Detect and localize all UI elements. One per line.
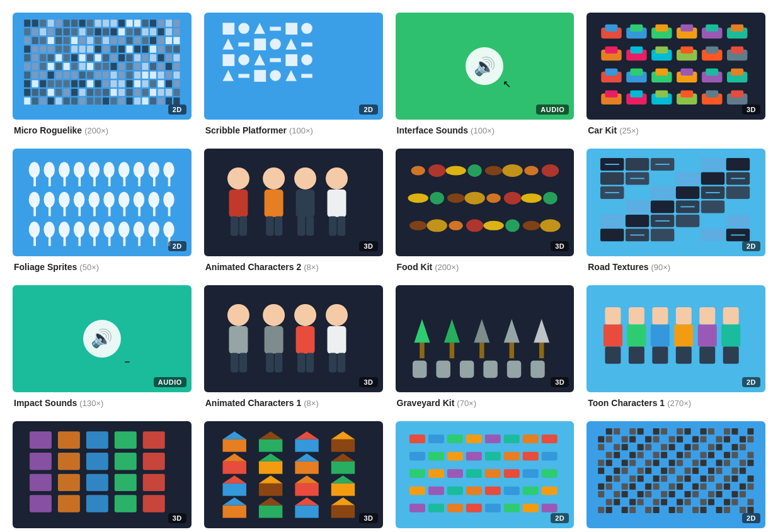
svg-rect-174 [134, 89, 140, 96]
card-thumbnail[interactable]: 3D [204, 285, 383, 392]
card-thumbnail[interactable]: 2D [586, 149, 765, 256]
svg-rect-229 [656, 25, 668, 31]
asset-card-food-kit[interactable]: 3DFood Kit(200×) [396, 149, 575, 272]
svg-point-281 [89, 162, 100, 178]
svg-rect-39 [173, 28, 180, 35]
svg-rect-623 [622, 460, 628, 466]
asset-card-pixel-vehicle-pack[interactable]: 2DPixel Vehicle Pack(50×) [396, 421, 575, 532]
svg-point-350 [445, 166, 466, 176]
asset-card-animated-characters-2[interactable]: 3DAnimated Characters 2(8×) [204, 149, 383, 272]
svg-rect-11 [111, 20, 117, 26]
asset-card-scribble-platformer[interactable]: 2DScribble Platformer(100×) [204, 13, 383, 136]
svg-point-273 [29, 162, 40, 178]
svg-rect-197 [158, 98, 164, 105]
svg-rect-712 [724, 507, 730, 513]
svg-rect-196 [150, 98, 156, 105]
card-thumbnail[interactable]: 2D [13, 149, 192, 256]
thumbnail-inner [204, 149, 383, 256]
svg-rect-181 [32, 98, 38, 105]
svg-rect-573 [661, 428, 667, 434]
svg-point-363 [543, 192, 557, 205]
asset-card-foliage-sprites[interactable]: 2DFoliage Sprites(50×) [13, 149, 192, 272]
svg-rect-106 [71, 63, 77, 70]
svg-rect-175 [142, 89, 149, 96]
svg-rect-98 [166, 54, 172, 61]
card-thumbnail[interactable]: 2D [396, 421, 575, 528]
asset-card-1-bit-pack[interactable]: 2D1-Bit Pack(1024×) [586, 421, 765, 532]
card-thumbnail[interactable]: 3D [396, 149, 575, 256]
svg-rect-630 [701, 460, 707, 466]
card-thumbnail[interactable]: 3D [204, 149, 383, 256]
asset-card-impact-sounds[interactable]: 🔊AUDIOImpact Sounds(130×) [13, 285, 192, 409]
svg-rect-21 [32, 28, 38, 35]
svg-rect-562 [447, 504, 462, 512]
asset-card-toon-characters-1[interactable]: 2DToon Characters 1(270×) [586, 285, 765, 409]
svg-rect-1 [32, 20, 38, 26]
svg-rect-116 [150, 63, 156, 70]
card-thumbnail[interactable]: 🔊AUDIO [13, 285, 192, 392]
asset-card-interface-sounds[interactable]: 🔊↖AUDIOInterface Sounds(100×) [396, 13, 575, 136]
svg-rect-633 [740, 460, 746, 466]
svg-rect-265 [656, 91, 668, 98]
svg-rect-684 [708, 491, 714, 497]
svg-rect-465 [651, 324, 670, 346]
asset-count: (50×) [79, 263, 99, 272]
svg-rect-518 [331, 484, 355, 496]
asset-card-tower-defense-kit[interactable]: 3DTower Defense Kit(140×) [13, 421, 192, 532]
svg-rect-187 [79, 98, 86, 105]
asset-type-badge: 3D [359, 377, 377, 387]
svg-marker-214 [254, 54, 265, 65]
card-thumbnail[interactable]: 2D [13, 13, 192, 120]
svg-rect-101 [32, 63, 38, 70]
svg-rect-658 [724, 475, 730, 482]
card-thumbnail[interactable]: 2D [586, 285, 765, 392]
svg-point-344 [326, 167, 348, 190]
svg-rect-599 [645, 444, 651, 450]
svg-rect-195 [142, 98, 149, 105]
svg-rect-123 [48, 72, 54, 79]
svg-rect-450 [539, 342, 544, 358]
svg-rect-18 [166, 20, 172, 26]
asset-card-fantasy-town-kit[interactable]: 3DFantasy Town Kit(150×) [204, 421, 383, 532]
svg-rect-621 [598, 460, 605, 466]
asset-title: Car Kit [588, 125, 617, 135]
asset-card-micro-roguelike[interactable]: 2DMicro Roguelike(200×) [13, 13, 192, 136]
asset-title: Animated Characters 2 [205, 262, 302, 272]
card-thumbnail[interactable]: 2D [204, 13, 383, 120]
asset-type-badge: 2D [168, 241, 186, 251]
asset-card-road-textures[interactable]: 2DRoad Textures(90×) [586, 149, 765, 272]
svg-rect-172 [118, 89, 125, 96]
svg-rect-135 [142, 72, 149, 79]
svg-rect-55 [142, 37, 149, 44]
svg-point-295 [43, 192, 54, 208]
card-thumbnail[interactable]: 3D [13, 421, 192, 528]
asset-card-car-kit[interactable]: 3DCar Kit(25×) [586, 13, 765, 136]
svg-rect-689 [614, 499, 620, 506]
asset-type-badge: 2D [742, 241, 760, 251]
svg-rect-622 [606, 460, 612, 466]
asset-card-graveyard-kit[interactable]: 3DGraveyard Kit(70×) [396, 285, 575, 409]
svg-rect-69 [95, 46, 101, 53]
svg-rect-569 [614, 428, 620, 434]
svg-rect-549 [503, 469, 519, 478]
svg-rect-225 [605, 25, 618, 31]
svg-rect-169 [95, 89, 101, 96]
card-thumbnail[interactable]: 🔊↖AUDIO [396, 13, 575, 120]
card-thumbnail[interactable]: 3D [396, 285, 575, 392]
asset-card-animated-characters-1[interactable]: 3DAnimated Characters 1(8×) [204, 285, 383, 409]
svg-rect-377 [676, 158, 699, 171]
svg-rect-427 [229, 326, 248, 354]
svg-rect-122 [40, 72, 46, 79]
svg-rect-591 [716, 436, 723, 443]
svg-rect-596 [614, 444, 620, 450]
svg-rect-208 [254, 38, 266, 50]
svg-rect-454 [459, 361, 473, 378]
svg-rect-514 [259, 484, 282, 496]
thumbnail-inner [586, 285, 765, 392]
card-thumbnail[interactable]: 3D [204, 421, 383, 528]
card-thumbnail[interactable]: 2D [586, 421, 765, 528]
card-thumbnail[interactable]: 3D [586, 13, 765, 120]
svg-rect-612 [653, 452, 660, 458]
svg-rect-81 [32, 54, 38, 61]
svg-point-352 [484, 166, 501, 176]
